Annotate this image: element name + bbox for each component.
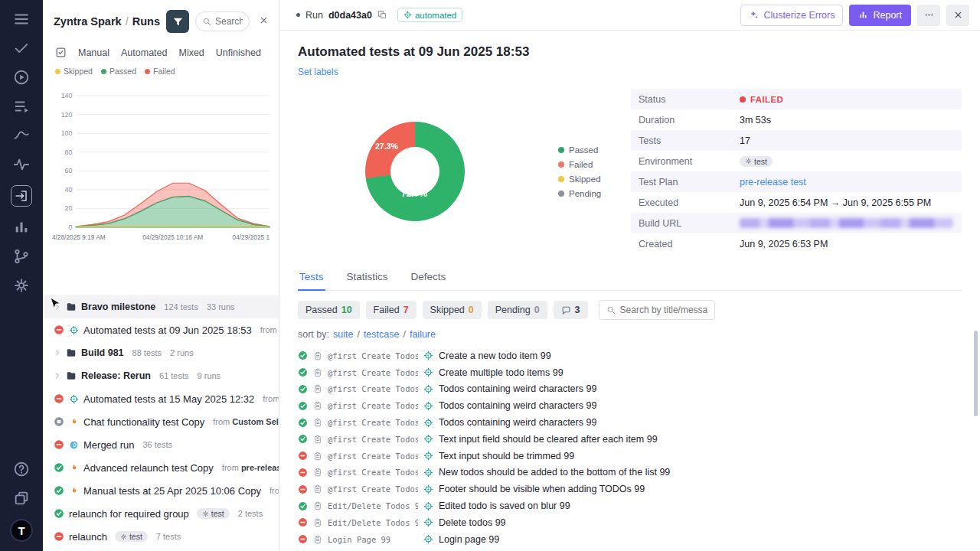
test-row[interactable]: @first Create Todos 99…Footer should be … xyxy=(298,481,962,497)
runs-tab-manual[interactable]: Manual xyxy=(78,47,109,58)
environment-chip: test xyxy=(115,531,148,542)
filter-chip-failed[interactable]: Failed 7 xyxy=(366,301,416,319)
clipboard-icon xyxy=(313,368,322,377)
tests-search[interactable] xyxy=(599,300,715,320)
test-plans-icon[interactable] xyxy=(13,98,30,115)
status-passed-icon xyxy=(298,501,308,511)
runs-icon[interactable] xyxy=(13,69,30,86)
status-failed-icon xyxy=(298,484,308,494)
panel-search[interactable] xyxy=(195,11,250,31)
run-row[interactable]: Automated tests at 09 Jun 2025 18:53from… xyxy=(43,318,279,341)
run-row[interactable]: relaunch for required grouptest2 tests xyxy=(43,502,279,525)
run-row[interactable]: Manual tests at 25 Apr 2025 10:06 Copyfr… xyxy=(43,479,279,502)
run-row[interactable]: relaunchtest7 tests xyxy=(43,525,279,548)
more-button[interactable] xyxy=(917,5,940,26)
status-passed-icon xyxy=(54,485,64,496)
runs-panel: Zyntra Spark / Runs ManualAutomatedMixed… xyxy=(43,0,279,551)
run-folder-row[interactable]: Release: Rerun61 tests9 runs xyxy=(43,364,279,387)
clipboard-icon xyxy=(313,468,322,477)
runs-tab-mixed[interactable]: Mixed xyxy=(178,47,204,58)
chevron-right-icon[interactable] xyxy=(54,372,61,380)
report-button[interactable]: Report xyxy=(849,5,911,26)
analytics-icon[interactable] xyxy=(13,127,30,144)
close-run-button[interactable] xyxy=(946,5,969,26)
reports-icon[interactable] xyxy=(13,219,30,236)
test-row[interactable]: Login Page 99Login page 99 xyxy=(298,531,962,548)
summary-row: ExecutedJun 9, 2025 6:54 PM → Jun 9, 202… xyxy=(631,192,962,213)
filter-chip-passed[interactable]: Passed 10 xyxy=(298,301,360,319)
tests-list: @first Create Todos 99…Create a new todo… xyxy=(298,347,962,551)
clusterize-errors-button[interactable]: Clusterize Errors xyxy=(740,5,843,26)
run-from: from pre-release test xyxy=(222,463,279,472)
run-topbar: Run d0da43a0 automated Clusterize Errors… xyxy=(279,0,980,31)
runs-tab-automated[interactable]: Automated xyxy=(121,47,167,58)
test-row[interactable]: @first Create Todos 99…Todos containing … xyxy=(298,381,962,398)
filter-chip-skipped[interactable]: Skipped 0 xyxy=(423,301,482,319)
set-labels-link[interactable]: Set labels xyxy=(298,67,338,77)
flame-icon xyxy=(69,417,79,427)
status-failed-icon xyxy=(54,439,64,450)
copy-run-id-icon[interactable] xyxy=(377,10,387,20)
panel-search-input[interactable] xyxy=(215,16,243,27)
docs-icon[interactable] xyxy=(13,490,30,507)
filter-button[interactable] xyxy=(166,10,189,33)
tests-scrollbar[interactable] xyxy=(974,331,978,416)
test-row[interactable]: @first Create Todos 99…Text input field … xyxy=(298,431,962,448)
test-row[interactable]: @first Create Todos 99…New todos should … xyxy=(298,465,962,481)
chevron-right-icon[interactable] xyxy=(54,349,61,357)
run-view-icon[interactable] xyxy=(11,185,32,207)
test-row[interactable]: @first Create Todos 99…Text input should… xyxy=(298,448,962,465)
tab-tests[interactable]: Tests xyxy=(298,271,325,291)
test-row[interactable]: Edit/Delete Todos 99 @…Delete todos 99 xyxy=(298,514,962,531)
svg-text:4/28/2025 9:19 AM: 4/28/2025 9:19 AM xyxy=(52,233,106,241)
test-row[interactable]: Edit/Delete Todos 99 @…Edited todo is sa… xyxy=(298,497,962,514)
automation-icon xyxy=(423,484,433,494)
test-suite: @first Create Todos 99… xyxy=(328,452,418,461)
test-plan-link[interactable]: pre-release test xyxy=(740,177,806,187)
test-row[interactable]: @first Create Todos 99…Create multiple t… xyxy=(298,364,962,381)
app-logo[interactable]: T xyxy=(10,519,33,542)
chevron-right-icon[interactable] xyxy=(54,303,61,311)
test-suite: @first Create Todos 99… xyxy=(328,435,418,444)
menu-icon[interactable] xyxy=(13,11,30,28)
run-status-dot xyxy=(296,13,300,17)
runs-tab-unfinished[interactable]: Unfinished xyxy=(216,47,261,58)
summary-row: Build URL xyxy=(631,213,962,233)
test-cases-icon[interactable] xyxy=(13,40,30,57)
activity-icon[interactable] xyxy=(13,156,30,173)
run-row[interactable]: Automated tests at 15 May 2025 12:32from… xyxy=(43,387,279,410)
integrations-icon[interactable] xyxy=(13,248,30,265)
search-icon xyxy=(202,17,211,26)
automation-icon xyxy=(423,501,433,511)
filter-chip-pending[interactable]: Pending 0 xyxy=(488,301,547,319)
run-row[interactable]: Chat functionality test Copyfrom Custom … xyxy=(43,410,279,433)
help-icon[interactable] xyxy=(13,461,30,478)
close-icon xyxy=(953,10,963,20)
tab-statistics[interactable]: Statistics xyxy=(345,271,390,290)
report-bars-icon xyxy=(858,10,868,20)
run-folder-row[interactable]: Build 98188 tests2 runs xyxy=(43,341,279,364)
test-row[interactable]: Mark as completed/not …Mark todos as com… xyxy=(298,548,962,551)
sort-by-testcase[interactable]: testcase xyxy=(364,329,400,340)
sort-by-suite[interactable]: suite xyxy=(333,329,353,340)
donut-legend-item: Skipped xyxy=(558,174,601,184)
sort-by-failure[interactable]: failure xyxy=(410,329,436,340)
comments-filter-chip[interactable]: 3 xyxy=(554,301,588,319)
clipboard-icon xyxy=(313,401,322,410)
test-title: Login page 99 xyxy=(439,534,499,545)
legend-dot xyxy=(55,69,60,74)
panel-close-button[interactable] xyxy=(256,14,271,29)
run-row[interactable]: Merged run36 tests xyxy=(43,433,279,456)
tab-defects[interactable]: Defects xyxy=(410,271,448,290)
test-suite: @first Create Todos 99… xyxy=(328,418,418,427)
tests-search-input[interactable] xyxy=(620,305,707,315)
settings-icon[interactable] xyxy=(13,277,30,294)
test-row[interactable]: @first Create Todos 99…Todos containing … xyxy=(298,397,962,414)
status-passed-icon xyxy=(298,350,308,360)
run-folder-row[interactable]: Bravo milestone124 tests33 runs xyxy=(43,295,279,318)
run-detail-main: Run d0da43a0 automated Clusterize Errors… xyxy=(279,0,980,551)
test-suite: @first Create Todos 99… xyxy=(328,468,418,477)
test-row[interactable]: @first Create Todos 99…Create a new todo… xyxy=(298,347,962,364)
test-row[interactable]: @first Create Todos 99…Todos containing … xyxy=(298,414,962,431)
run-row[interactable]: Advanced relaunch test Copyfrom pre-rele… xyxy=(43,456,279,479)
